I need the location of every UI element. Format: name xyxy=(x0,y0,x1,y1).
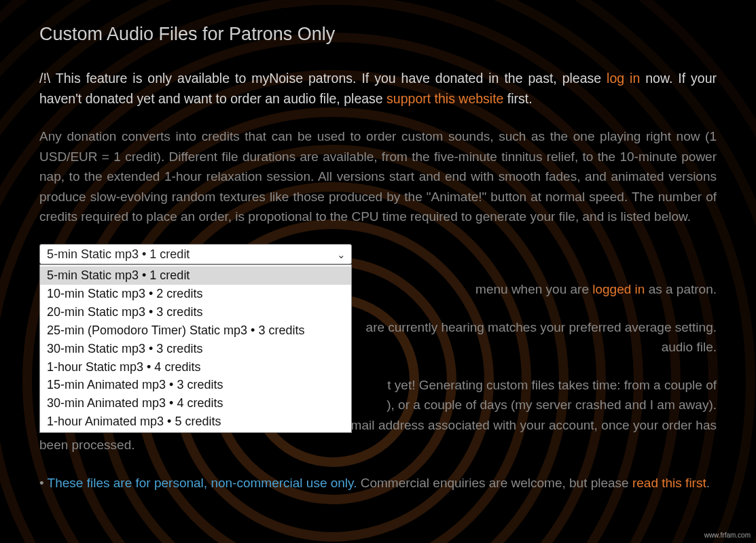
main-content: Custom Audio Files for Patrons Only /!\ … xyxy=(0,0,756,538)
duration-option[interactable]: 25-min (Pomodoro Timer) Static mp3 • 3 c… xyxy=(40,321,351,340)
duration-option[interactable]: 15-min Animated mp3 • 3 credits xyxy=(40,376,351,394)
credits-explanation: Any donation converts into credits that … xyxy=(39,126,717,226)
duration-option[interactable]: 30-min Animated mp3 • 4 credits xyxy=(40,394,351,413)
duration-option[interactable]: 1-hour Animated mp3 • 5 credits xyxy=(40,413,351,431)
text: . xyxy=(706,476,710,490)
intro-text: /!\ This feature is only available to my… xyxy=(39,71,607,86)
text: as a patron. xyxy=(645,282,717,296)
text: menu when you are xyxy=(475,282,592,296)
duration-option[interactable]: 20-min Static mp3 • 3 credits xyxy=(40,303,351,321)
personal-use-paragraph: • These files are for personal, non-comm… xyxy=(39,473,717,493)
intro-paragraph: /!\ This feature is only available to my… xyxy=(39,68,717,109)
duration-select-wrap: 5-min Static mp3 • 1 credit ⌄ 5-min Stat… xyxy=(39,244,717,264)
duration-option[interactable]: 5-min Static mp3 • 1 credit xyxy=(40,266,351,285)
duration-dropdown: 5-min Static mp3 • 1 credit 10-min Stati… xyxy=(39,264,352,432)
bullet: • xyxy=(39,476,48,490)
personal-use-note: These files are for personal, non-commer… xyxy=(48,476,357,490)
intro-text-3: first. xyxy=(503,91,532,106)
read-this-first-link[interactable]: read this first xyxy=(632,476,706,490)
support-link[interactable]: support this website xyxy=(386,91,503,106)
text: ), or a couple of days (my server crashe… xyxy=(386,395,717,415)
watermark: www.frfam.com xyxy=(704,531,751,539)
duration-option[interactable]: 30-min Static mp3 • 3 credits xyxy=(40,340,351,358)
logged-in-link[interactable]: logged in xyxy=(592,282,645,296)
text: t yet! Generating custom files takes tim… xyxy=(387,375,717,395)
duration-selected-value: 5-min Static mp3 • 1 credit xyxy=(47,245,190,264)
login-link[interactable]: log in xyxy=(607,71,640,86)
text: Commercial enquiries are welcome, but pl… xyxy=(357,476,632,490)
duration-select[interactable]: 5-min Static mp3 • 1 credit ⌄ xyxy=(39,244,352,264)
chevron-down-icon: ⌄ xyxy=(337,247,346,262)
duration-option[interactable]: 10-min Static mp3 • 2 credits xyxy=(40,285,351,303)
text: audio file. xyxy=(662,340,717,354)
text: are currently hearing matches your prefe… xyxy=(366,320,717,334)
page-title: Custom Audio Files for Patrons Only xyxy=(39,20,717,49)
duration-option[interactable]: 1-hour Static mp3 • 4 credits xyxy=(40,358,351,376)
